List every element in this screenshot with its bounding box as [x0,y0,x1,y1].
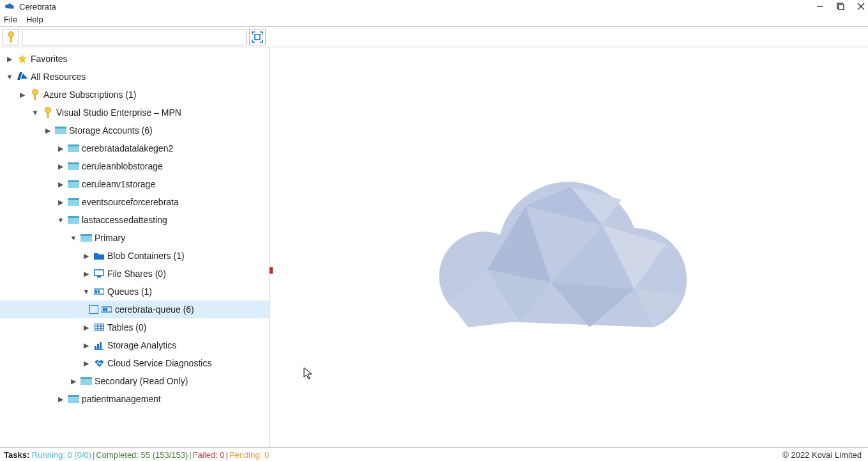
svg-rect-23 [68,216,79,218]
svg-rect-21 [68,198,79,200]
status-tasks-label: Tasks: [4,450,29,460]
statusbar: Tasks: Running: 0 (0/0) | Completed: 55 … [0,447,868,461]
chevron-right-icon: ▶ [82,341,91,350]
tree-node-queues[interactable]: ▼ Queues (1) [0,283,269,301]
sidebar: ▶ Favorites ▼ All Resources ▶ [0,47,270,447]
chevron-down-icon: ▼ [5,73,14,81]
tree-node-storage-accounts[interactable]: ▶ Storage Accounts (6) [0,121,269,139]
tree-node-tables[interactable]: ▶ Tables (0) [0,318,269,336]
svg-rect-32 [103,308,105,311]
svg-rect-2 [839,4,844,10]
chevron-right-icon: ▶ [56,180,65,189]
toolbar [0,27,868,47]
menu-file[interactable]: File [4,15,17,24]
minimize-button[interactable] [816,2,825,11]
chevron-right-icon: ▶ [56,198,65,207]
svg-rect-40 [97,344,99,349]
menu-help[interactable]: Help [26,15,43,24]
close-button[interactable] [857,2,865,11]
svg-rect-6 [10,37,11,42]
chevron-right-icon: ▶ [69,377,78,386]
focus-graph-button[interactable] [249,29,266,45]
tree-label: All Resources [31,72,86,82]
window-title: Cerebrata [19,2,56,12]
table-icon [93,324,105,331]
tree-label: Queues (1) [107,286,152,297]
storage-icon [55,127,66,134]
svg-rect-27 [97,276,101,277]
tree-label: Storage Analytics [107,340,176,350]
folder-icon [93,252,105,260]
checkbox[interactable] [89,305,98,314]
tree-node-blob-containers[interactable]: ▶ Blob Containers (1) [0,247,269,265]
tree-node-subscription[interactable]: ▼ Visual Studio Enterprise – MPN [0,104,269,121]
svg-rect-42 [95,349,103,350]
tree-node-favorites[interactable]: ▶ Favorites [0,50,269,68]
status-failed: Failed: 0 [193,450,225,460]
chevron-right-icon: ▶ [82,324,91,332]
tree-node-storage-account[interactable]: ▼ lastaccessedattesting [0,211,269,229]
chart-icon [93,341,105,350]
svg-rect-9 [34,95,36,100]
storage-icon [68,216,79,224]
svg-rect-15 [68,145,79,146]
tree-node-storage-account[interactable]: ▶ patientmanagement [0,390,269,408]
status-pending: Pending: 0 [229,450,269,460]
tree-node-storage-account[interactable]: ▶ ceruleanv1storage [0,175,269,193]
tree-node-queue-item[interactable]: cerebrata-queue (6) [0,301,269,318]
tree-node-storage-account[interactable]: ▶ cerebratadatalakegen2 [0,139,269,157]
chevron-right-icon: ▶ [43,127,52,135]
svg-rect-7 [255,35,260,40]
add-connection-button[interactable] [3,29,19,45]
tree-label: ceruleanblobstorage [82,161,163,171]
tree-label: cerebrata-queue (6) [115,304,194,315]
tree-node-primary[interactable]: ▼ Primary [0,229,269,247]
svg-rect-33 [105,308,107,311]
maximize-button[interactable] [836,2,845,11]
chevron-right-icon: ▶ [82,359,91,368]
search-input[interactable] [22,29,247,45]
svg-rect-25 [80,234,92,236]
tree-node-all-resources[interactable]: ▼ All Resources [0,68,269,86]
chevron-right-icon: ▶ [18,91,27,99]
storage-icon [80,234,92,242]
tree-label: cerebratadatalakegen2 [82,143,173,153]
tree-label: Secondary (Read Only) [95,376,188,386]
tree-label: Primary [95,233,125,243]
storage-icon [68,180,79,188]
chevron-right-icon: ▶ [82,270,91,278]
heart-pulse-icon [93,359,105,368]
tree-label: Azure Subscriptions (1) [43,90,137,100]
star-icon [17,54,28,64]
tree-label: Favorites [31,54,68,64]
chevron-right-icon: ▶ [5,55,14,63]
chevron-down-icon: ▼ [56,216,65,224]
chevron-right-icon: ▶ [56,145,65,153]
svg-rect-44 [80,377,92,379]
tree-node-storage-account[interactable]: ▶ ceruleanblobstorage [0,157,269,175]
storage-icon [68,162,79,170]
tree-node-storage-analytics[interactable]: ▶ Storage Analytics [0,336,269,354]
key-icon [29,89,41,100]
tree-node-azure-subscriptions[interactable]: ▶ Azure Subscriptions (1) [0,86,269,104]
svg-rect-13 [55,127,66,129]
svg-point-5 [8,31,14,37]
svg-point-8 [33,90,38,95]
resource-tree[interactable]: ▶ Favorites ▼ All Resources ▶ [0,47,269,410]
chevron-down-icon: ▼ [69,234,78,242]
copyright: © 2022 Kovai Limited [782,450,862,460]
content-pane [273,47,868,447]
tree-node-secondary[interactable]: ▶ Secondary (Read Only) [0,372,269,390]
svg-rect-34 [95,324,103,331]
tree-node-file-shares[interactable]: ▶ File Shares (0) [0,265,269,283]
mouse-cursor-icon [303,367,312,382]
chevron-right-icon: ▶ [56,162,65,171]
tree-label: ceruleanv1storage [82,179,155,189]
storage-icon [68,198,79,206]
tree-node-storage-account[interactable]: ▶ eventsourceforcerebrata [0,193,269,211]
status-completed: Completed: 55 (153/153) [96,450,188,460]
tree-label: Visual Studio Enterprise – MPN [56,107,181,118]
tree-node-cloud-diagnostics[interactable]: ▶ Cloud Service Diagnostics [0,354,269,372]
storage-icon [68,395,79,403]
titlebar: Cerebrata [0,0,868,13]
